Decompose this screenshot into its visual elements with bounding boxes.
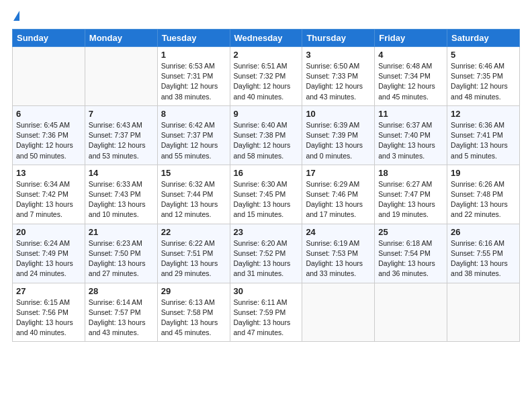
day-detail: Sunrise: 6:51 AMSunset: 7:32 PMDaylight:… (234, 61, 299, 102)
week-row-4: 20Sunrise: 6:24 AMSunset: 7:49 PMDayligh… (13, 224, 520, 283)
weekday-header-row: SundayMondayTuesdayWednesdayThursdayFrid… (13, 30, 520, 47)
calendar-cell: 8Sunrise: 6:42 AMSunset: 7:37 PMDaylight… (157, 105, 230, 165)
day-number: 25 (378, 227, 443, 237)
calendar-cell: 1Sunrise: 6:53 AMSunset: 7:31 PMDaylight… (157, 47, 230, 106)
day-number: 16 (234, 168, 299, 178)
day-number: 24 (306, 227, 371, 237)
day-detail: Sunrise: 6:22 AMSunset: 7:51 PMDaylight:… (161, 238, 226, 279)
day-detail: Sunrise: 6:29 AMSunset: 7:46 PMDaylight:… (306, 179, 371, 220)
day-detail: Sunrise: 6:18 AMSunset: 7:54 PMDaylight:… (378, 238, 443, 279)
calendar-cell: 17Sunrise: 6:29 AMSunset: 7:46 PMDayligh… (302, 165, 375, 224)
day-number: 21 (89, 227, 154, 237)
calendar-cell: 16Sunrise: 6:30 AMSunset: 7:45 PMDayligh… (230, 165, 302, 224)
week-row-2: 6Sunrise: 6:45 AMSunset: 7:36 PMDaylight… (13, 105, 520, 165)
calendar-cell: 30Sunrise: 6:11 AMSunset: 7:59 PMDayligh… (230, 283, 302, 342)
week-row-3: 13Sunrise: 6:34 AMSunset: 7:42 PMDayligh… (13, 165, 520, 224)
calendar-cell (447, 283, 520, 342)
day-number: 15 (161, 168, 226, 178)
calendar-cell: 13Sunrise: 6:34 AMSunset: 7:42 PMDayligh… (13, 165, 85, 224)
day-detail: Sunrise: 6:11 AMSunset: 7:59 PMDaylight:… (234, 298, 299, 338)
calendar-cell: 19Sunrise: 6:26 AMSunset: 7:48 PMDayligh… (447, 165, 520, 224)
day-detail: Sunrise: 6:45 AMSunset: 7:36 PMDaylight:… (16, 120, 81, 161)
day-detail: Sunrise: 6:48 AMSunset: 7:34 PMDaylight:… (378, 61, 443, 102)
day-detail: Sunrise: 6:39 AMSunset: 7:39 PMDaylight:… (306, 120, 371, 161)
weekday-header-saturday: Saturday (447, 30, 520, 47)
day-number: 9 (234, 109, 299, 119)
day-number: 28 (89, 286, 154, 296)
calendar-cell (375, 283, 447, 342)
day-number: 20 (16, 227, 81, 237)
weekday-header-sunday: Sunday (13, 30, 85, 47)
week-row-1: 1Sunrise: 6:53 AMSunset: 7:31 PMDaylight… (13, 47, 520, 106)
day-number: 13 (16, 168, 81, 178)
day-detail: Sunrise: 6:46 AMSunset: 7:35 PMDaylight:… (451, 61, 516, 102)
day-number: 4 (378, 50, 443, 60)
day-number: 5 (451, 50, 516, 60)
day-detail: Sunrise: 6:19 AMSunset: 7:53 PMDaylight:… (306, 238, 371, 279)
logo (12, 11, 19, 22)
day-detail: Sunrise: 6:23 AMSunset: 7:50 PMDaylight:… (89, 238, 154, 279)
day-number: 18 (378, 168, 443, 178)
day-number: 27 (16, 286, 81, 296)
day-number: 2 (234, 50, 299, 60)
day-number: 26 (451, 227, 516, 237)
weekday-header-wednesday: Wednesday (230, 30, 302, 47)
calendar-cell: 9Sunrise: 6:40 AMSunset: 7:38 PMDaylight… (230, 105, 302, 165)
day-number: 7 (89, 109, 154, 119)
day-detail: Sunrise: 6:14 AMSunset: 7:57 PMDaylight:… (89, 298, 154, 338)
calendar-cell: 20Sunrise: 6:24 AMSunset: 7:49 PMDayligh… (13, 224, 85, 283)
calendar-cell: 18Sunrise: 6:27 AMSunset: 7:47 PMDayligh… (375, 165, 447, 224)
weekday-header-tuesday: Tuesday (157, 30, 230, 47)
calendar-cell: 25Sunrise: 6:18 AMSunset: 7:54 PMDayligh… (375, 224, 447, 283)
day-number: 19 (451, 168, 516, 178)
day-detail: Sunrise: 6:34 AMSunset: 7:42 PMDaylight:… (16, 179, 81, 220)
page: SundayMondayTuesdayWednesdayThursdayFrid… (0, 0, 532, 411)
logo-text (12, 11, 19, 22)
day-number: 8 (161, 109, 226, 119)
calendar-cell: 4Sunrise: 6:48 AMSunset: 7:34 PMDaylight… (375, 47, 447, 106)
day-number: 29 (161, 286, 226, 296)
calendar-cell: 12Sunrise: 6:36 AMSunset: 7:41 PMDayligh… (447, 105, 520, 165)
day-detail: Sunrise: 6:33 AMSunset: 7:43 PMDaylight:… (89, 179, 154, 220)
day-number: 30 (234, 286, 299, 296)
day-detail: Sunrise: 6:24 AMSunset: 7:49 PMDaylight:… (16, 238, 81, 279)
calendar-cell (13, 47, 85, 106)
day-detail: Sunrise: 6:53 AMSunset: 7:31 PMDaylight:… (161, 61, 226, 102)
day-detail: Sunrise: 6:20 AMSunset: 7:52 PMDaylight:… (234, 238, 299, 279)
calendar-cell: 11Sunrise: 6:37 AMSunset: 7:40 PMDayligh… (375, 105, 447, 165)
day-detail: Sunrise: 6:36 AMSunset: 7:41 PMDaylight:… (451, 120, 516, 161)
day-detail: Sunrise: 6:32 AMSunset: 7:44 PMDaylight:… (161, 179, 226, 220)
day-number: 17 (306, 168, 371, 178)
calendar-cell: 6Sunrise: 6:45 AMSunset: 7:36 PMDaylight… (13, 105, 85, 165)
weekday-header-thursday: Thursday (302, 30, 375, 47)
calendar-cell: 21Sunrise: 6:23 AMSunset: 7:50 PMDayligh… (85, 224, 157, 283)
day-number: 22 (161, 227, 226, 237)
day-number: 11 (378, 109, 443, 119)
day-detail: Sunrise: 6:16 AMSunset: 7:55 PMDaylight:… (451, 238, 516, 279)
weekday-header-monday: Monday (85, 30, 157, 47)
calendar-cell: 26Sunrise: 6:16 AMSunset: 7:55 PMDayligh… (447, 224, 520, 283)
calendar-cell: 2Sunrise: 6:51 AMSunset: 7:32 PMDaylight… (230, 47, 302, 106)
day-number: 10 (306, 109, 371, 119)
day-detail: Sunrise: 6:15 AMSunset: 7:56 PMDaylight:… (16, 298, 81, 338)
day-number: 6 (16, 109, 81, 119)
calendar-cell: 3Sunrise: 6:50 AMSunset: 7:33 PMDaylight… (302, 47, 375, 106)
calendar-cell: 24Sunrise: 6:19 AMSunset: 7:53 PMDayligh… (302, 224, 375, 283)
calendar-cell: 10Sunrise: 6:39 AMSunset: 7:39 PMDayligh… (302, 105, 375, 165)
calendar-cell: 23Sunrise: 6:20 AMSunset: 7:52 PMDayligh… (230, 224, 302, 283)
day-number: 12 (451, 109, 516, 119)
day-detail: Sunrise: 6:50 AMSunset: 7:33 PMDaylight:… (306, 61, 371, 102)
weekday-header-friday: Friday (375, 30, 447, 47)
day-detail: Sunrise: 6:13 AMSunset: 7:58 PMDaylight:… (161, 298, 226, 338)
day-detail: Sunrise: 6:42 AMSunset: 7:37 PMDaylight:… (161, 120, 226, 161)
week-row-5: 27Sunrise: 6:15 AMSunset: 7:56 PMDayligh… (13, 283, 520, 342)
calendar-cell: 28Sunrise: 6:14 AMSunset: 7:57 PMDayligh… (85, 283, 157, 342)
calendar-cell: 22Sunrise: 6:22 AMSunset: 7:51 PMDayligh… (157, 224, 230, 283)
calendar-cell: 15Sunrise: 6:32 AMSunset: 7:44 PMDayligh… (157, 165, 230, 224)
day-detail: Sunrise: 6:26 AMSunset: 7:48 PMDaylight:… (451, 179, 516, 220)
calendar-cell: 29Sunrise: 6:13 AMSunset: 7:58 PMDayligh… (157, 283, 230, 342)
calendar-cell: 27Sunrise: 6:15 AMSunset: 7:56 PMDayligh… (13, 283, 85, 342)
calendar-cell: 7Sunrise: 6:43 AMSunset: 7:37 PMDaylight… (85, 105, 157, 165)
day-number: 14 (89, 168, 154, 178)
calendar-cell (302, 283, 375, 342)
